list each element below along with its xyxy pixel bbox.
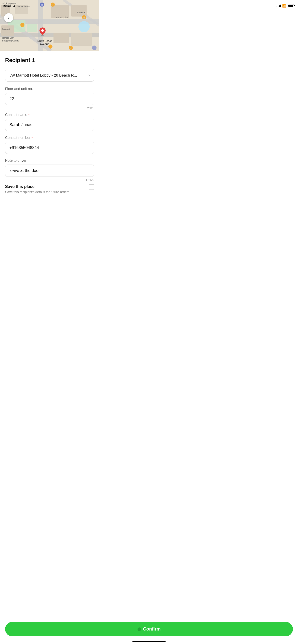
save-place-section: Save this place Save this recipient's de… [5, 184, 94, 194]
svg-text:🍴: 🍴 [70, 47, 72, 49]
required-star-number: * [32, 136, 33, 140]
svg-point-37 [48, 45, 52, 49]
svg-point-39 [41, 29, 44, 32]
contact-number-input[interactable] [5, 142, 94, 154]
svg-rect-15 [53, 33, 69, 43]
note-field-wrapper: Note to driver 17/120 [5, 158, 94, 177]
address-selector[interactable]: JW Marriott Hotel Lobby • 26 Beach R... … [5, 69, 94, 82]
svg-text:Suntec City: Suntec City [56, 16, 68, 19]
floor-char-count: 2/120 [87, 107, 94, 110]
contact-name-field-wrapper: Contact name * [5, 113, 94, 131]
save-place-desc: Save this recipient's details for future… [5, 190, 70, 194]
address-value: JW Marriott Hotel Lobby • 26 Beach R... [9, 73, 86, 77]
svg-point-36 [92, 46, 97, 50]
svg-point-8 [78, 21, 90, 32]
svg-text:Brotzeit: Brotzeit [2, 28, 10, 31]
contact-number-field-wrapper: Contact number * [5, 136, 94, 154]
svg-text:Shopping Centre: Shopping Centre [2, 39, 19, 42]
back-arrow-icon: ‹ [8, 15, 10, 20]
contact-name-input[interactable] [5, 119, 94, 131]
floor-input[interactable] [5, 93, 94, 105]
svg-rect-10 [1, 25, 14, 36]
chevron-right-icon: › [88, 72, 90, 78]
save-place-title: Save this place [5, 184, 70, 189]
recipient-title: Recipient 1 [5, 57, 94, 64]
location-arrow-icon: ▲ [13, 4, 16, 7]
contact-number-label: Contact number * [5, 136, 94, 140]
status-bar: 9:41 ▲ 📶 [0, 0, 99, 11]
save-place-checkbox[interactable] [89, 184, 94, 190]
back-button[interactable]: ‹ [4, 13, 13, 22]
time-display: 9:41 [4, 4, 12, 8]
contact-name-label: Contact name * [5, 113, 94, 117]
note-label: Note to driver [5, 158, 94, 163]
svg-text:South Beach: South Beach [37, 40, 52, 42]
status-time: 9:41 ▲ [4, 4, 16, 8]
svg-rect-14 [71, 33, 92, 46]
floor-label: Floor and unit no. [5, 87, 94, 91]
note-char-count: 17/120 [86, 178, 94, 181]
save-place-text: Save this place Save this recipient's de… [5, 184, 70, 194]
note-input[interactable] [5, 165, 94, 177]
svg-text:🍴: 🍴 [83, 16, 85, 19]
svg-rect-7 [27, 24, 37, 32]
required-star-name: * [28, 113, 30, 117]
svg-text:Raffles City: Raffles City [2, 37, 14, 39]
form-container: Recipient 1 JW Marriott Hotel Lobby • 26… [0, 51, 99, 219]
svg-text:Suntec C...: Suntec C... [76, 11, 88, 14]
floor-field-wrapper: Floor and unit no. 2/120 [5, 87, 94, 105]
svg-text:🍴: 🍴 [21, 24, 24, 27]
svg-text:Avenue: Avenue [40, 43, 49, 46]
